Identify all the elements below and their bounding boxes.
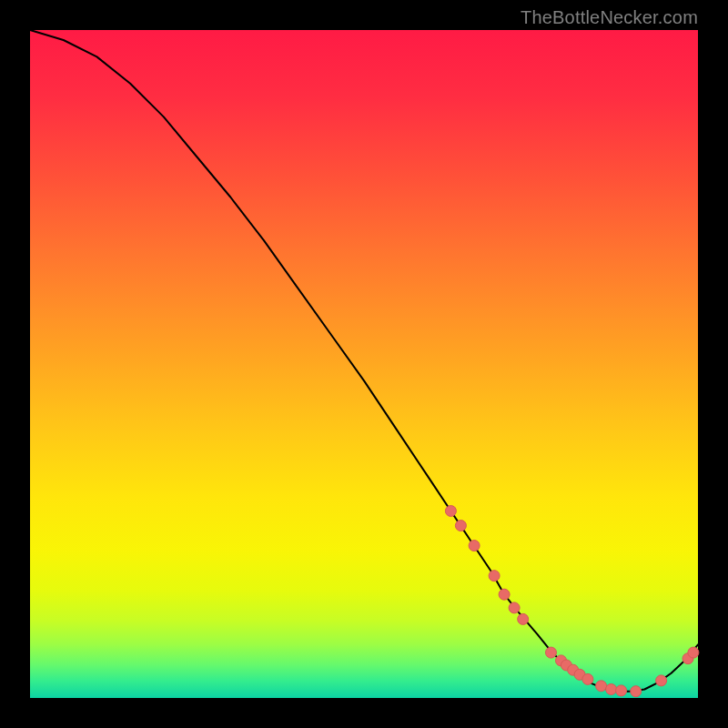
data-point (445, 506, 456, 517)
data-point (688, 647, 699, 658)
data-point (509, 602, 520, 613)
chart-stage: TheBottleNecker.com (0, 0, 728, 728)
data-point (596, 681, 607, 692)
data-point (631, 686, 642, 697)
data-point (455, 521, 466, 531)
data-point (469, 541, 480, 551)
data-point (499, 589, 510, 600)
chart-svg (30, 30, 698, 698)
data-point (616, 685, 627, 696)
watermark-text: TheBottleNecker.com (521, 7, 698, 28)
data-point (518, 613, 529, 624)
gradient-bg (30, 30, 698, 698)
data-point (656, 675, 667, 686)
data-point (546, 647, 557, 658)
data-point (582, 673, 593, 684)
data-point (489, 571, 500, 581)
data-point (606, 684, 617, 695)
plot-area (30, 30, 698, 698)
